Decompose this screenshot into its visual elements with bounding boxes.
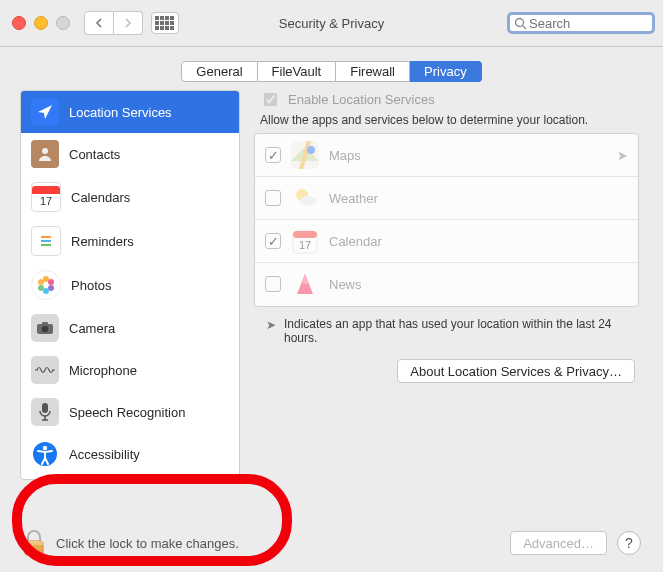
detail-hint: Allow the apps and services below to det… xyxy=(250,111,643,133)
app-checkbox: ✓ xyxy=(265,233,281,249)
recent-usage-note: ➤ Indicates an app that has used your lo… xyxy=(250,307,643,349)
app-label: News xyxy=(329,277,362,292)
news-app-icon xyxy=(291,270,319,298)
tab-general[interactable]: General xyxy=(181,61,257,82)
search-icon xyxy=(514,17,527,30)
calendar-icon: 17 xyxy=(31,182,61,212)
enable-location-row: Enable Location Services xyxy=(250,90,643,111)
sidebar-item-label: Contacts xyxy=(69,147,120,162)
svg-point-13 xyxy=(42,326,48,332)
svg-line-1 xyxy=(523,25,527,29)
svg-point-9 xyxy=(43,288,49,294)
lock-icon xyxy=(22,530,46,556)
app-row-calendar: ✓17Calendar xyxy=(255,220,638,263)
minimize-window-button[interactable] xyxy=(34,16,48,30)
sidebar-item-label: Speech Recognition xyxy=(69,405,185,420)
detail-pane: Enable Location Services Allow the apps … xyxy=(250,90,643,480)
sidebar-item-label: Calendars xyxy=(71,190,130,205)
app-checkbox xyxy=(265,190,281,206)
speech-icon xyxy=(31,398,59,426)
sidebar-item-label: Photos xyxy=(71,278,111,293)
sidebar-item-microphone[interactable]: Microphone xyxy=(21,349,239,391)
search-field[interactable] xyxy=(507,12,655,34)
app-label: Maps xyxy=(329,148,361,163)
sidebar-item-label: Accessibility xyxy=(69,447,140,462)
accessibility-icon xyxy=(31,440,59,468)
chevron-right-icon xyxy=(124,18,132,28)
reminders-icon xyxy=(31,226,61,256)
camera-icon xyxy=(31,314,59,342)
svg-point-0 xyxy=(516,18,524,26)
svg-point-2 xyxy=(42,148,48,154)
svg-rect-25 xyxy=(293,231,317,238)
sidebar-item-label: Location Services xyxy=(69,105,172,120)
back-button[interactable] xyxy=(84,11,114,35)
help-label: ? xyxy=(625,535,633,551)
app-checkbox: ✓ xyxy=(265,147,281,163)
app-label: Weather xyxy=(329,191,378,206)
svg-rect-14 xyxy=(42,322,48,325)
help-button[interactable]: ? xyxy=(617,531,641,555)
app-row-maps: ✓Maps➤ xyxy=(255,134,638,177)
location-icon xyxy=(31,98,59,126)
svg-rect-15 xyxy=(42,403,48,413)
sidebar-item-reminders[interactable]: Reminders xyxy=(21,219,239,263)
svg-point-21 xyxy=(307,146,315,154)
enable-location-label: Enable Location Services xyxy=(288,92,435,107)
photos-icon xyxy=(31,270,61,300)
sidebar-item-location[interactable]: Location Services xyxy=(21,91,239,133)
location-arrow-icon: ➤ xyxy=(266,318,276,345)
svg-text:17: 17 xyxy=(299,239,311,251)
sidebar-item-speech[interactable]: Speech Recognition xyxy=(21,391,239,433)
nav-buttons xyxy=(84,11,143,35)
contacts-icon xyxy=(31,140,59,168)
advanced-button: Advanced… xyxy=(510,531,607,555)
sidebar-item-calendar[interactable]: 17Calendars xyxy=(21,175,239,219)
maps-app-icon xyxy=(291,141,319,169)
close-window-button[interactable] xyxy=(12,16,26,30)
app-list: ✓Maps➤Weather✓17CalendarNews xyxy=(254,133,639,307)
weather-app-icon xyxy=(291,184,319,212)
sidebar-item-accessibility[interactable]: Accessibility xyxy=(21,433,239,475)
search-input[interactable] xyxy=(527,15,648,32)
sidebar-item-camera[interactable]: Camera xyxy=(21,307,239,349)
svg-point-23 xyxy=(300,196,316,206)
sidebar-item-label: Microphone xyxy=(69,363,137,378)
footer: Click the lock to make changes. Advanced… xyxy=(0,514,663,572)
show-all-button[interactable] xyxy=(151,12,179,34)
app-label: Calendar xyxy=(329,234,382,249)
calendar-app-icon: 17 xyxy=(291,227,319,255)
titlebar: Security & Privacy xyxy=(0,0,663,47)
app-row-news: News xyxy=(255,263,638,305)
svg-point-10 xyxy=(38,285,44,291)
privacy-sidebar[interactable]: Location ServicesContacts17CalendarsRemi… xyxy=(20,90,240,480)
svg-point-7 xyxy=(48,279,54,285)
tab-privacy[interactable]: Privacy xyxy=(410,61,482,82)
microphone-icon xyxy=(31,356,59,384)
sidebar-item-label: Camera xyxy=(69,321,115,336)
svg-point-11 xyxy=(38,279,44,285)
app-checkbox xyxy=(265,276,281,292)
pane-tabs: GeneralFileVaultFirewallPrivacy xyxy=(0,61,663,82)
forward-button[interactable] xyxy=(114,11,143,35)
sidebar-item-label: Reminders xyxy=(71,234,134,249)
sidebar-item-photos[interactable]: Photos xyxy=(21,263,239,307)
tab-filevault[interactable]: FileVault xyxy=(258,61,337,82)
sidebar-item-contacts[interactable]: Contacts xyxy=(21,133,239,175)
enable-location-checkbox xyxy=(264,93,277,106)
svg-point-6 xyxy=(43,276,49,282)
content-area: Location ServicesContacts17CalendarsRemi… xyxy=(20,90,643,502)
svg-rect-29 xyxy=(25,541,43,545)
window-controls xyxy=(12,16,70,30)
recent-location-icon: ➤ xyxy=(617,148,628,163)
lock-text: Click the lock to make changes. xyxy=(56,536,239,551)
svg-point-8 xyxy=(48,285,54,291)
recent-usage-text: Indicates an app that has used your loca… xyxy=(284,317,627,345)
about-button-label: About Location Services & Privacy… xyxy=(410,364,622,379)
advanced-button-label: Advanced… xyxy=(523,536,594,551)
about-button[interactable]: About Location Services & Privacy… xyxy=(397,359,635,383)
app-row-weather: Weather xyxy=(255,177,638,220)
tab-firewall[interactable]: Firewall xyxy=(336,61,410,82)
zoom-window-button[interactable] xyxy=(56,16,70,30)
lock-control[interactable]: Click the lock to make changes. xyxy=(22,530,239,556)
